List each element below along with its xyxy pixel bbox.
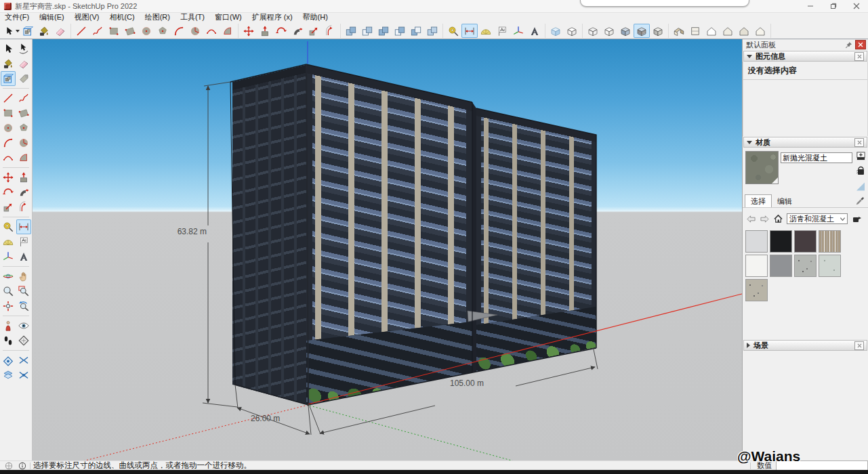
tape-measure-tool[interactable]	[1, 219, 16, 234]
union-tool[interactable]	[375, 24, 392, 38]
material-swatch[interactable]	[745, 230, 768, 253]
rectangle-tool[interactable]	[1, 106, 16, 121]
two-point-arc-tool[interactable]	[1, 150, 16, 165]
right-view-tool[interactable]	[720, 24, 736, 38]
close-button[interactable]	[845, 0, 868, 12]
zoom-tool[interactable]	[1, 284, 16, 299]
back-arrow-button[interactable]	[745, 213, 757, 224]
material-swatch[interactable]	[819, 255, 841, 277]
position-camera-tool[interactable]	[1, 318, 16, 333]
back-edges-tool[interactable]	[564, 24, 580, 38]
move-tool[interactable]	[241, 24, 257, 38]
line-tool[interactable]	[1, 91, 16, 106]
rotated-rectangle-tool[interactable]	[122, 24, 138, 38]
section-cuts-tool[interactable]	[16, 368, 31, 383]
look-around-tool[interactable]	[16, 318, 31, 333]
entity-info-header[interactable]: 图元信息	[743, 51, 867, 62]
material-swatch[interactable]	[745, 255, 768, 277]
material-swatch[interactable]	[794, 230, 817, 253]
pie-tool[interactable]	[16, 135, 31, 150]
pin-icon[interactable]	[845, 41, 852, 49]
polygon-tool[interactable]	[16, 121, 31, 135]
section-display-tool[interactable]	[16, 353, 31, 368]
back-view-tool[interactable]	[736, 24, 752, 38]
circle-tool[interactable]	[138, 24, 154, 38]
menu-item-2[interactable]: 视图(V)	[75, 12, 100, 22]
rotate-tool[interactable]	[273, 24, 289, 38]
protractor-tool[interactable]	[478, 24, 494, 38]
section-plane-tool[interactable]	[1, 353, 16, 368]
menu-item-4[interactable]: 绘图(R)	[145, 12, 170, 22]
3d-text-tool[interactable]	[16, 249, 31, 264]
split-tool[interactable]	[424, 24, 440, 38]
pan-tool[interactable]	[16, 269, 31, 284]
arc-tool[interactable]	[1, 135, 16, 150]
offset-tool[interactable]	[322, 24, 338, 38]
scenes-close-button[interactable]	[854, 341, 864, 350]
tab-select[interactable]: 选择	[745, 194, 772, 207]
menu-item-7[interactable]: 扩展程序 (x)	[252, 12, 293, 22]
walk-tool[interactable]	[1, 333, 16, 348]
top-view-tool[interactable]	[687, 24, 703, 38]
dimension-tool[interactable]	[16, 219, 31, 234]
x-ray-tool[interactable]	[547, 24, 564, 38]
push-pull-tool[interactable]	[16, 170, 31, 185]
axes-tool[interactable]	[1, 249, 16, 264]
follow-me-tool[interactable]	[16, 185, 31, 200]
menu-item-0[interactable]: 文件(F)	[5, 12, 29, 22]
material-swatch[interactable]	[745, 279, 768, 301]
hidden-line-tool[interactable]	[601, 24, 617, 38]
pie-tool[interactable]	[187, 24, 203, 38]
menu-item-8[interactable]: 帮助(H)	[303, 12, 328, 22]
menu-item-1[interactable]: 编辑(E)	[39, 12, 64, 22]
eraser-tool[interactable]	[52, 24, 68, 38]
protractor-tool[interactable]	[1, 234, 16, 249]
make-component-tool[interactable]	[1, 71, 16, 86]
material-swatch[interactable]	[819, 230, 841, 253]
make-component-tool[interactable]	[20, 24, 36, 38]
tape-measure-tool[interactable]	[445, 24, 461, 38]
material-name-input[interactable]	[781, 152, 852, 163]
iso-view-tool[interactable]	[671, 24, 687, 38]
tag-tool[interactable]	[16, 71, 31, 86]
entity-info-close-button[interactable]	[854, 52, 864, 61]
materials-header[interactable]: 材质	[743, 137, 867, 148]
material-swatch[interactable]	[770, 255, 792, 277]
rotate-tool[interactable]	[1, 185, 16, 200]
create-material-button[interactable]	[855, 150, 866, 161]
show-secondary-pane-button[interactable]	[850, 213, 862, 224]
minimize-button[interactable]	[799, 0, 822, 12]
intersect-tool[interactable]	[359, 24, 375, 38]
select-tool[interactable]	[1, 41, 16, 56]
monochrome-tool[interactable]	[650, 24, 666, 38]
section-fill-tool[interactable]	[1, 368, 16, 383]
three-point-arc-tool[interactable]	[16, 150, 31, 165]
eraser-tool[interactable]	[16, 56, 31, 71]
turn-tool[interactable]	[16, 333, 31, 348]
orbit-tool[interactable]	[1, 269, 16, 284]
viewport-canvas[interactable]: 63.82 m 26.00 m 105.00 m	[33, 39, 742, 462]
follow-me-tool[interactable]	[289, 24, 306, 38]
wireframe-tool[interactable]	[585, 24, 601, 38]
three-point-arc-tool[interactable]	[220, 24, 236, 38]
push-pull-tool[interactable]	[257, 24, 273, 38]
circle-tool[interactable]	[1, 121, 16, 135]
maximize-button[interactable]	[822, 0, 845, 12]
subtract-tool[interactable]	[392, 24, 408, 38]
in-model-button[interactable]	[772, 213, 784, 224]
outer-shell-tool[interactable]	[343, 24, 359, 38]
front-view-tool[interactable]	[703, 24, 720, 38]
material-swatch[interactable]	[770, 230, 792, 253]
forward-arrow-button[interactable]	[759, 213, 770, 224]
paint-bucket-tool[interactable]	[36, 24, 52, 38]
trim-tool[interactable]	[408, 24, 424, 38]
collection-dropdown[interactable]: 沥青和混凝土	[787, 213, 848, 224]
scale-tool[interactable]	[306, 24, 322, 38]
menu-item-6[interactable]: 窗口(W)	[215, 12, 242, 22]
move-tool[interactable]	[1, 170, 16, 185]
axes-tool[interactable]	[510, 24, 526, 38]
arc-tool[interactable]	[171, 24, 187, 38]
material-preview[interactable]	[745, 151, 779, 184]
display-secondary-pane-button[interactable]	[855, 181, 866, 192]
scenes-header[interactable]: 场景	[743, 340, 867, 351]
